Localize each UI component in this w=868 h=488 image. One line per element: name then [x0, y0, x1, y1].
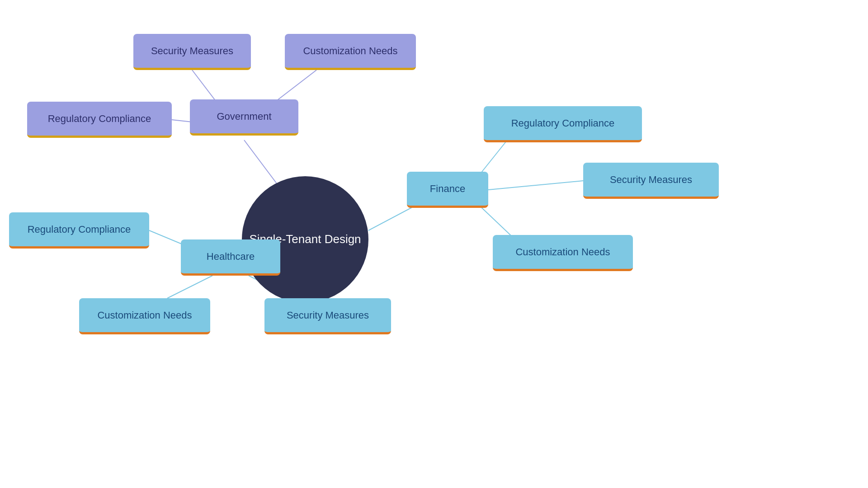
finance-label: Finance — [430, 183, 465, 195]
regulatory-compliance-healthcare-node[interactable]: Regulatory Compliance — [9, 212, 149, 249]
government-node[interactable]: Government — [190, 99, 298, 136]
customization-needs-government-label: Customization Needs — [303, 45, 397, 57]
svg-line-11 — [488, 181, 583, 190]
customization-needs-healthcare-label: Customization Needs — [97, 310, 192, 321]
government-label: Government — [217, 111, 271, 122]
customization-needs-finance-label: Customization Needs — [515, 246, 610, 258]
regulatory-compliance-government-label: Regulatory Compliance — [48, 113, 151, 125]
customization-needs-finance-node[interactable]: Customization Needs — [493, 235, 633, 271]
security-measures-healthcare-node[interactable]: Security Measures — [264, 298, 391, 334]
regulatory-compliance-finance-label: Regulatory Compliance — [511, 117, 615, 129]
finance-node[interactable]: Finance — [407, 172, 488, 208]
security-measures-finance-node[interactable]: Security Measures — [583, 163, 719, 199]
regulatory-compliance-healthcare-label: Regulatory Compliance — [28, 224, 131, 235]
svg-line-7 — [167, 276, 212, 298]
security-measures-finance-label: Security Measures — [610, 174, 692, 186]
regulatory-compliance-finance-node[interactable]: Regulatory Compliance — [484, 106, 642, 142]
security-measures-government-node[interactable]: Security Measures — [133, 34, 251, 70]
customization-needs-healthcare-node[interactable]: Customization Needs — [79, 298, 210, 334]
regulatory-compliance-government-node[interactable]: Regulatory Compliance — [27, 102, 172, 138]
healthcare-node[interactable]: Healthcare — [181, 239, 280, 276]
healthcare-label: Healthcare — [207, 251, 255, 263]
customization-needs-government-node[interactable]: Customization Needs — [285, 34, 416, 70]
security-measures-government-label: Security Measures — [151, 45, 233, 57]
security-measures-healthcare-label: Security Measures — [287, 310, 369, 321]
